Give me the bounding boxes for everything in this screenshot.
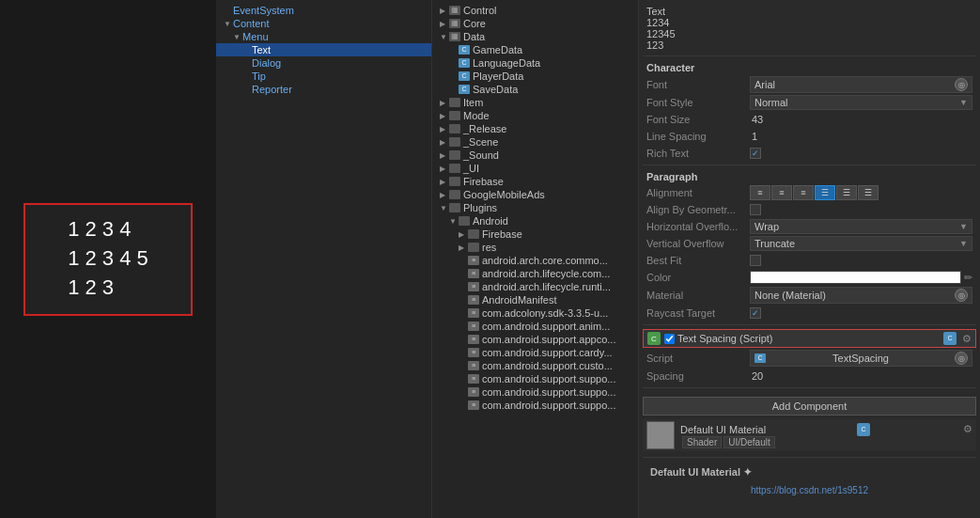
rich-text-checkbox[interactable]: ✓ — [750, 148, 761, 159]
font-style-dropdown[interactable]: Normal ▼ — [750, 95, 972, 110]
color-edit-icon[interactable]: ✏ — [964, 272, 972, 284]
asset-item-scene[interactable]: _Scene — [432, 135, 638, 149]
spacing-row: Spacing 20 — [643, 368, 976, 385]
asset-item-gamedata[interactable]: C GameData — [432, 43, 638, 56]
align-justify-center-button[interactable]: ☰ — [836, 185, 857, 200]
text-spacing-component-header[interactable]: C Text Spacing (Script) C ⚙ — [643, 329, 976, 348]
font-style-row: Font Style Normal ▼ — [643, 94, 976, 111]
rich-text-label: Rich Text — [646, 148, 750, 159]
asset-item-control[interactable]: ▦ Control — [432, 4, 638, 17]
inspector-text-content: Text 1234 12345 123 — [643, 4, 976, 53]
asset-item-firebase2[interactable]: Firebase — [432, 228, 638, 241]
horizontal-overflow-dropdown[interactable]: Wrap ▼ — [750, 219, 972, 234]
hierarchy-item-content[interactable]: Content — [216, 17, 431, 30]
hierarchy-panel: EventSystem Content Menu Text Dialog Tip… — [216, 0, 432, 518]
line-spacing-row: Line Spacing 1 — [643, 128, 976, 145]
script-value[interactable]: C TextSpacing ◎ — [750, 350, 972, 367]
material-name-label: Default UI Material — [680, 424, 766, 435]
hierarchy-item-text[interactable]: Text — [216, 43, 431, 56]
asset-item-androidsuppo2[interactable]: ≡ com.android.support.suppo... — [432, 385, 638, 399]
text-spacing-icon2: C — [943, 332, 957, 345]
line-spacing-value[interactable]: 1 — [750, 130, 972, 143]
align-center-button[interactable]: ≡ — [771, 185, 792, 200]
font-value[interactable]: Arial ◎ — [750, 76, 972, 93]
section-paragraph: Paragraph — [643, 168, 976, 184]
material-preview-swatch — [646, 421, 675, 449]
alignment-row: Alignment ≡ ≡ ≡ ☰ ☰ ☰ — [643, 184, 976, 201]
alignment-buttons: ≡ ≡ ≡ ☰ ☰ ☰ — [750, 185, 879, 200]
asset-item-manifest[interactable]: ≡ AndroidManifest — [432, 293, 638, 306]
asset-item-languagedata[interactable]: C LanguageData — [432, 56, 638, 70]
hierarchy-item-tip[interactable]: Tip — [216, 70, 431, 83]
font-size-value[interactable]: 43 — [750, 113, 972, 126]
asset-item-data[interactable]: ▦ Data — [432, 30, 638, 43]
asset-item-androidsuppo1[interactable]: ≡ com.android.support.suppo... — [432, 372, 638, 385]
asset-item-plugins[interactable]: Plugins — [432, 201, 638, 214]
align-by-geometry-row: Align By Geometr... — [643, 201, 976, 218]
align-justify-left-button[interactable]: ☰ — [815, 185, 835, 200]
vertical-overflow-label: Vertical Overflow — [646, 238, 750, 249]
vertical-overflow-dropdown[interactable]: Truncate ▼ — [750, 236, 972, 251]
asset-item-release[interactable]: _Release — [432, 122, 638, 135]
asset-item-googleads[interactable]: GoogleMobileAds — [432, 188, 638, 201]
asset-item-adcolony[interactable]: ≡ com.adcolony.sdk-3.3.5-u... — [432, 306, 638, 320]
spacing-value[interactable]: 20 — [750, 369, 972, 383]
color-picker[interactable] — [750, 271, 961, 284]
asset-item-ui[interactable]: _UI — [432, 162, 638, 175]
asset-item-savedata[interactable]: C SaveData — [432, 83, 638, 96]
add-component-button[interactable]: Add Component — [643, 397, 976, 416]
preview-text: 1 2 3 4 1 2 3 4 5 1 2 3 — [68, 215, 148, 302]
hierarchy-item-reporter[interactable]: Reporter — [216, 83, 431, 96]
text-spacing-gear-icon[interactable]: ⚙ — [962, 333, 972, 345]
material-icon: C — [857, 423, 870, 436]
material-label: Material — [646, 290, 750, 301]
asset-item-res[interactable]: res — [432, 241, 638, 254]
asset-item-android[interactable]: Android — [432, 214, 638, 228]
font-style-label: Font Style — [646, 97, 750, 108]
text-spacing-title: Text Spacing (Script) — [677, 333, 943, 344]
script-picker-button[interactable]: ◎ — [955, 352, 968, 365]
material-picker-button[interactable]: ◎ — [955, 289, 968, 302]
horizontal-overflow-row: Horizontal Overflo... Wrap ▼ — [643, 218, 976, 235]
asset-item-androidsuppo3[interactable]: ≡ com.android.support.suppo... — [432, 399, 638, 412]
asset-item-androidcardy[interactable]: ≡ com.android.support.cardy... — [432, 346, 638, 359]
rich-text-row: Rich Text ✓ — [643, 145, 976, 162]
hierarchy-item-dialog[interactable]: Dialog — [216, 56, 431, 70]
align-right-button[interactable]: ≡ — [793, 185, 814, 200]
preview-panel: 1 2 3 4 1 2 3 4 5 1 2 3 — [0, 0, 216, 518]
asset-item-androidcusto[interactable]: ≡ com.android.support.custo... — [432, 359, 638, 372]
text-spacing-toggle[interactable] — [664, 334, 675, 344]
raycast-target-row: Raycast Target ✓ — [643, 305, 976, 322]
align-left-button[interactable]: ≡ — [750, 185, 770, 200]
material-gear-icon[interactable]: ⚙ — [963, 423, 972, 435]
font-size-row: Font Size 43 — [643, 111, 976, 128]
asset-item-core[interactable]: ▦ Core — [432, 17, 638, 30]
default-material-row: Default UI Material C ⚙ Shader UI/Defaul… — [643, 419, 976, 451]
script-row: Script C TextSpacing ◎ — [643, 349, 976, 368]
hierarchy-item-menu[interactable]: Menu — [216, 30, 431, 43]
asset-item-sound[interactable]: _Sound — [432, 149, 638, 162]
align-justify-right-button[interactable]: ☰ — [858, 185, 879, 200]
asset-item-playerdata[interactable]: C PlayerData — [432, 70, 638, 83]
align-by-geometry-checkbox[interactable] — [750, 204, 761, 215]
best-fit-checkbox[interactable] — [750, 255, 761, 266]
asset-item-lifecycle1[interactable]: ≡ android.arch.lifecycle.com... — [432, 267, 638, 280]
font-label: Font — [646, 79, 750, 90]
color-row: Color ✏ — [643, 269, 976, 286]
material-value[interactable]: None (Material) ◎ — [750, 287, 972, 304]
asset-item-androidanim[interactable]: ≡ com.android.support.anim... — [432, 320, 638, 333]
align-by-geometry-label: Align By Geometr... — [646, 204, 750, 215]
asset-item-mode[interactable]: Mode — [432, 109, 638, 122]
asset-item-item[interactable]: Item — [432, 96, 638, 109]
asset-item-firebase[interactable]: Firebase — [432, 175, 638, 188]
alignment-label: Alignment — [646, 187, 750, 198]
font-picker-button[interactable]: ◎ — [955, 78, 968, 91]
asset-item-lifecycle2[interactable]: ≡ android.arch.lifecycle.runti... — [432, 280, 638, 293]
preview-box: 1 2 3 4 1 2 3 4 5 1 2 3 — [23, 203, 193, 316]
asset-item-androidappco[interactable]: ≡ com.android.support.appco... — [432, 333, 638, 346]
color-label: Color — [646, 272, 750, 283]
hierarchy-item-eventsystem[interactable]: EventSystem — [216, 4, 431, 17]
asset-item-archcore[interactable]: ≡ android.arch.core.commo... — [432, 254, 638, 267]
raycast-target-checkbox[interactable]: ✓ — [750, 307, 761, 319]
material-shader-value[interactable]: UI/Default — [723, 436, 774, 448]
